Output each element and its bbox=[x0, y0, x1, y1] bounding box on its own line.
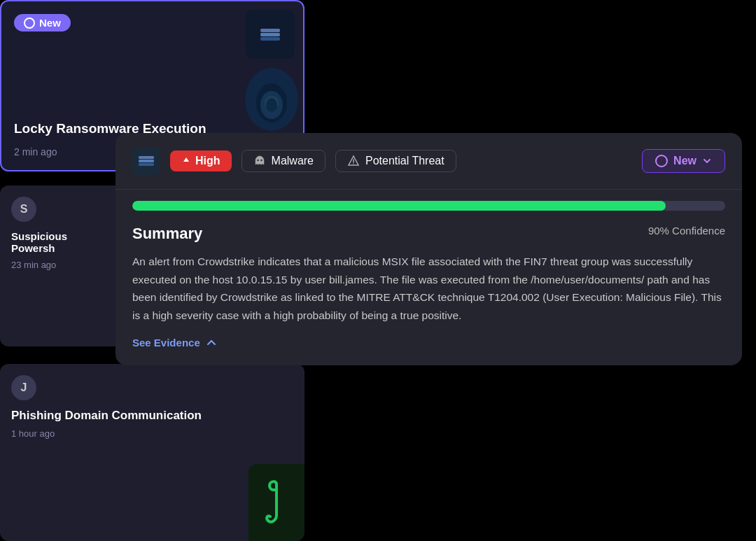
chevron-up-icon bbox=[206, 337, 217, 349]
new-status-button[interactable]: New bbox=[642, 149, 725, 173]
suspicious-card[interactable]: S Suspicious Powersh 23 min ago bbox=[0, 185, 122, 346]
phishing-time: 1 hour ago bbox=[11, 428, 293, 439]
detail-stacked-icon bbox=[137, 152, 155, 170]
confidence-text: 90% Confidence bbox=[648, 225, 725, 237]
hook-area bbox=[248, 464, 304, 541]
locky-time: 2 min ago bbox=[14, 146, 57, 157]
suspicious-avatar-letter: S bbox=[20, 203, 28, 216]
suspicious-avatar: S bbox=[11, 197, 36, 222]
chevron-down-icon bbox=[702, 156, 712, 166]
phishing-title: Phishing Domain Communication bbox=[11, 409, 293, 423]
detail-header: High Malware Potential Threat bbox=[115, 133, 742, 190]
svg-rect-2 bbox=[260, 37, 280, 41]
stacked-layers-icon bbox=[258, 22, 283, 47]
svg-point-12 bbox=[257, 160, 258, 161]
phishing-avatar: J bbox=[11, 375, 36, 400]
hook-icon bbox=[258, 479, 295, 526]
svg-point-15 bbox=[353, 163, 354, 164]
progress-fill bbox=[132, 201, 666, 211]
svg-rect-11 bbox=[139, 163, 154, 166]
ghost-icon bbox=[253, 155, 266, 167]
detail-logo bbox=[132, 147, 160, 175]
potential-threat-label: Potential Threat bbox=[365, 155, 444, 167]
locky-logo bbox=[246, 10, 295, 59]
suspicious-time: 23 min ago bbox=[11, 260, 111, 270]
summary-title: Summary bbox=[132, 225, 202, 243]
locky-badge-label: New bbox=[39, 17, 61, 29]
warning-icon bbox=[347, 155, 360, 167]
see-evidence-label: See Evidence bbox=[132, 337, 200, 349]
new-status-label: New bbox=[673, 155, 696, 167]
svg-rect-0 bbox=[260, 33, 280, 36]
see-evidence-link[interactable]: See Evidence bbox=[132, 337, 725, 349]
confidence-progress-bar bbox=[132, 201, 725, 211]
new-circle-icon bbox=[655, 155, 668, 167]
locky-new-badge: New bbox=[14, 14, 71, 31]
malware-badge[interactable]: Malware bbox=[241, 150, 326, 172]
potential-threat-badge[interactable]: Potential Threat bbox=[335, 150, 456, 172]
circle-icon bbox=[24, 17, 35, 29]
svg-rect-1 bbox=[260, 29, 280, 32]
arrow-up-icon bbox=[181, 156, 191, 166]
svg-rect-9 bbox=[139, 160, 154, 162]
detail-panel: High Malware Potential Threat bbox=[115, 133, 742, 365]
summary-header: Summary 90% Confidence bbox=[132, 225, 725, 243]
svg-point-13 bbox=[260, 160, 262, 161]
phishing-card[interactable]: J Phishing Domain Communication 1 hour a… bbox=[0, 364, 304, 541]
svg-point-7 bbox=[266, 98, 277, 112]
summary-area: Summary 90% Confidence An alert from Cro… bbox=[115, 211, 742, 365]
phishing-avatar-letter: J bbox=[21, 381, 27, 394]
summary-body: An alert from Crowdstrike indicates that… bbox=[132, 253, 725, 324]
svg-rect-10 bbox=[139, 156, 154, 159]
high-badge[interactable]: High bbox=[170, 150, 232, 171]
malware-badge-label: Malware bbox=[272, 155, 314, 167]
scene: New Locky Ransomware Execution 2 min ago bbox=[0, 0, 756, 541]
suspicious-title: Suspicious Powersh bbox=[11, 230, 111, 254]
high-badge-label: High bbox=[195, 155, 220, 167]
